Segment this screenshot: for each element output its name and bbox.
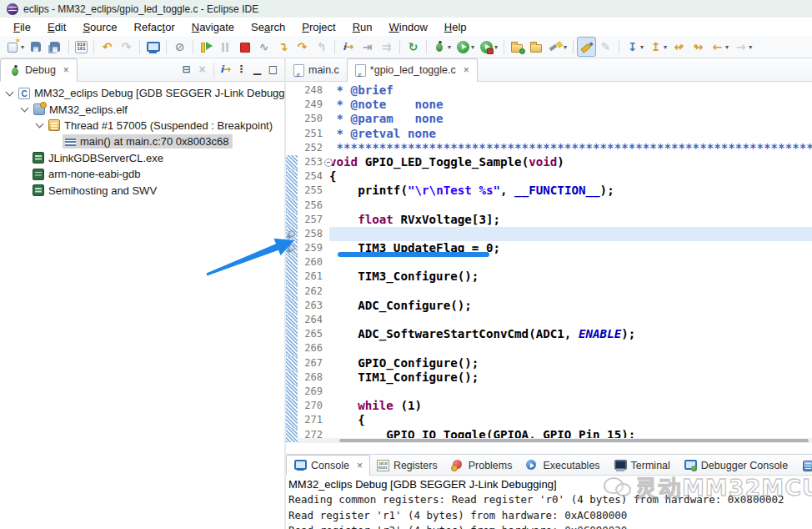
remote-console-button[interactable] <box>143 37 163 57</box>
dropdown-caret-icon[interactable]: ▾ <box>749 43 752 51</box>
instruction-stepping-button[interactable]: i→ <box>338 37 358 57</box>
console-tab-terminal[interactable]: Terminal <box>607 456 677 475</box>
tab-debug[interactable]: Debug × <box>0 58 78 82</box>
terminate-button[interactable] <box>235 37 254 57</box>
dropdown-caret-icon[interactable]: ▾ <box>471 43 474 51</box>
fold-collapse-icon[interactable] <box>324 159 333 167</box>
menu-edit[interactable]: Edit <box>39 21 74 33</box>
debug-tree-item[interactable]: Thread #1 57005 (Suspended : Breakpoint) <box>0 118 284 134</box>
code-line-262[interactable]: 262 <box>286 285 812 299</box>
remove-all-terminated-button[interactable]: × <box>194 61 210 78</box>
editor-ruler[interactable] <box>286 399 298 413</box>
horizontal-scrollbar[interactable] <box>339 439 809 442</box>
external-tools-button[interactable]: ▾ <box>477 37 500 57</box>
step-return-button[interactable]: ↰ <box>312 37 331 57</box>
console-tab-console[interactable]: Console× <box>286 455 370 476</box>
debug-button[interactable]: ▾ <box>430 37 454 57</box>
last-edit-location-button[interactable]: ↧▾ <box>623 37 646 57</box>
view-menu-button[interactable]: ⋮ <box>233 61 249 78</box>
skip-all-breakpoints-button[interactable]: ⊘ <box>170 37 189 57</box>
editor-ruler[interactable] <box>286 428 298 442</box>
console-tab-registers[interactable]: Registers <box>370 456 444 475</box>
dropdown-caret-icon[interactable]: ▾ <box>664 43 667 51</box>
resume-button[interactable] <box>197 37 216 57</box>
code-line-264[interactable]: 264 <box>286 313 812 327</box>
code-line-256[interactable]: 256 <box>286 199 812 213</box>
code-line-267[interactable]: 267 GPIO_Configure(); <box>286 356 812 370</box>
debug-tree-item[interactable]: MM32_eclips.elf <box>0 101 284 117</box>
debug-tree-item[interactable]: arm-none-eabi-gdb <box>0 166 284 182</box>
editor-ruler[interactable] <box>286 155 298 169</box>
previous-edit-location-button[interactable]: ↫ <box>669 37 689 57</box>
editor-ruler[interactable] <box>286 341 298 355</box>
code-line-251[interactable]: 251 * @retval none <box>286 127 812 141</box>
code-line-255[interactable]: 255 printf("\r\nTest %s", __FUNCTION__); <box>286 184 812 198</box>
menu-navigate[interactable]: Navigate <box>183 21 243 33</box>
console-output[interactable]: Reading common registers: Read register … <box>286 492 812 529</box>
move-to-line-button[interactable]: ⇥ <box>358 37 377 57</box>
binary-view-button[interactable]: 010 101 <box>73 37 90 57</box>
editor-tab-main-c[interactable]: main.c <box>286 59 347 81</box>
next-annotation-button[interactable]: ↥▾ <box>646 37 669 57</box>
step-over-button[interactable]: ↷ <box>293 37 312 57</box>
editor-ruler[interactable] <box>286 413 298 427</box>
suspend-button[interactable] <box>216 37 235 57</box>
editor-ruler[interactable] <box>286 169 298 184</box>
menu-help[interactable]: Help <box>436 21 475 33</box>
editor-ruler[interactable] <box>286 141 298 155</box>
forward-button[interactable]: →▾ <box>731 37 754 57</box>
code-line-260[interactable]: 260 <box>286 255 812 270</box>
restart-button[interactable]: ↻ <box>403 37 423 57</box>
minimize-button[interactable]: ▁ <box>249 61 265 78</box>
menu-project[interactable]: Project <box>293 21 343 33</box>
save-all-button[interactable] <box>46 37 65 57</box>
debug-tree-item[interactable]: main() at main.c:70 0x8003c68 <box>0 134 284 149</box>
console-tab-debugger-console[interactable]: Debugger Console <box>677 456 794 475</box>
editor-ruler[interactable] <box>286 270 298 284</box>
editor-ruler[interactable] <box>286 285 298 299</box>
undo-button[interactable]: ↶ <box>98 37 117 57</box>
menu-search[interactable]: Search <box>243 21 293 33</box>
menu-refactor[interactable]: Refactor <box>126 21 183 33</box>
editor-tab--gpio-led-toggle-c[interactable]: *gpio_led_toggle.c× <box>347 58 478 82</box>
expand-chevron-icon[interactable] <box>36 120 44 128</box>
close-icon[interactable]: × <box>464 65 469 75</box>
editor-ruler[interactable] <box>286 299 298 313</box>
editor-ruler[interactable] <box>286 385 298 399</box>
editor-ruler[interactable] <box>286 199 298 213</box>
editor-ruler[interactable] <box>286 370 298 385</box>
code-line-253[interactable]: 253void GPIO_LED_Toggle_Sample(void) <box>286 155 812 169</box>
search-button[interactable]: ▾ <box>546 37 569 57</box>
console-tab-problems[interactable]: Problems <box>444 456 519 475</box>
code-editor[interactable]: 248 * @brief249 * @note none250 * @param… <box>286 82 812 442</box>
save-button[interactable] <box>27 37 46 57</box>
next-edit-location-button[interactable]: ↬ <box>689 37 708 57</box>
dropdown-caret-icon[interactable]: ▾ <box>494 43 498 51</box>
menu-source[interactable]: Source <box>74 21 125 33</box>
code-line-261[interactable]: 261 TIM3_Configure(); <box>286 270 812 284</box>
dropdown-caret-icon[interactable]: ▾ <box>725 43 729 51</box>
menu-run[interactable]: Run <box>344 21 381 33</box>
editor-ruler[interactable] <box>286 184 298 198</box>
show-annotations-button[interactable]: ✎ <box>596 37 615 57</box>
resume-at-line-button[interactable]: ⇉ <box>377 37 396 57</box>
new-cpp-project-button[interactable] <box>508 37 527 57</box>
editor-ruler[interactable] <box>286 313 298 327</box>
console-tab-executables[interactable]: Executables <box>519 456 606 475</box>
editor-ruler[interactable] <box>286 112 298 126</box>
code-line-270[interactable]: 270 while (1) <box>286 399 812 413</box>
code-line-250[interactable]: 250 * @param none <box>286 112 812 126</box>
run-button[interactable]: ▾ <box>454 37 477 57</box>
new-wizard-button[interactable]: ▾ <box>3 37 27 57</box>
editor-ruler[interactable] <box>286 327 298 341</box>
editor-ruler[interactable] <box>286 356 298 370</box>
code-line-265[interactable]: 265 ADC_SoftwareStartConvCmd(ADC1, ENABL… <box>286 327 812 341</box>
editor-ruler[interactable] <box>286 213 298 227</box>
console-tab-mem[interactable]: Mem <box>794 456 812 475</box>
editor-ruler[interactable] <box>286 255 298 270</box>
code-line-257[interactable]: 257 float RVxVoltage[3]; <box>286 213 812 227</box>
dropdown-caret-icon[interactable]: ▾ <box>21 43 24 51</box>
code-line-252[interactable]: 252 ************************************… <box>286 141 812 155</box>
code-line-259[interactable]: 259 TIM3_UpdateFlag = 0; <box>286 241 812 255</box>
code-line-248[interactable]: 248 * @brief <box>286 83 812 98</box>
